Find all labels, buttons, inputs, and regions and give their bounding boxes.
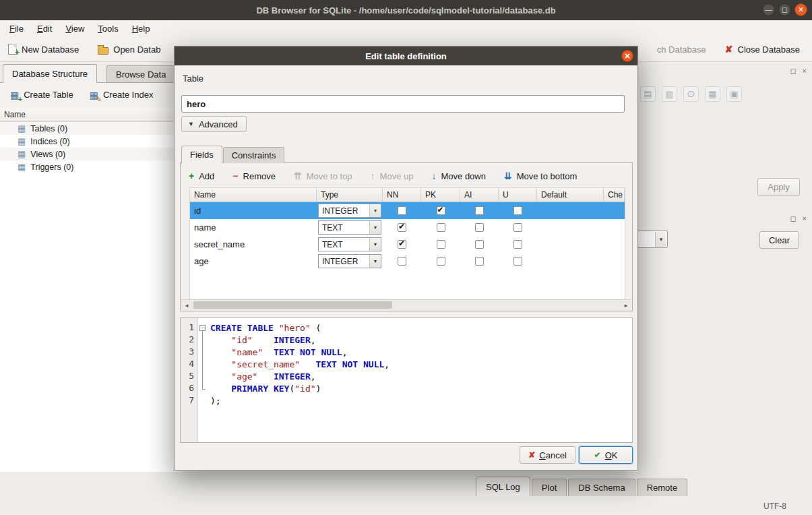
fields-move-to-bottom-button[interactable]: ⇊Move to bottom	[504, 171, 577, 181]
check-cell[interactable]	[604, 253, 625, 270]
line-number: 2	[181, 334, 197, 346]
tab-fields[interactable]: Fields	[181, 146, 222, 163]
column-header-nn[interactable]: NN	[383, 188, 421, 202]
create-index-button[interactable]: ▦ Create Index	[84, 86, 160, 103]
field-name-cell[interactable]: name	[190, 219, 317, 236]
tab-browse-data[interactable]: Browse Data	[106, 65, 175, 83]
field-row-age[interactable]: ageINTEGER▾	[190, 253, 625, 270]
close-database-button[interactable]: ✘ Close Database	[725, 44, 800, 55]
column-header-name[interactable]: Name	[190, 188, 317, 202]
pk-checkbox[interactable]	[437, 257, 445, 266]
column-header-che[interactable]: Che	[604, 188, 625, 202]
dock-float-icon[interactable]: ◻	[790, 214, 796, 223]
column-header-ai[interactable]: AI	[460, 188, 499, 202]
dialog-close-icon[interactable]: ✕	[621, 50, 633, 62]
check-cell[interactable]	[604, 219, 625, 236]
field-row-id[interactable]: idINTEGER▾	[190, 202, 625, 219]
fields-add-button[interactable]: +Add	[189, 171, 214, 181]
scroll-right-icon[interactable]: ▸	[621, 300, 631, 310]
toolbar-left-group: + New Database Open Datab	[0, 44, 160, 55]
open-folder-icon	[98, 47, 108, 55]
ai-checkbox[interactable]	[475, 257, 484, 266]
menu-tools[interactable]: Tools	[91, 22, 125, 36]
type-combobox[interactable]: INTEGER▾	[318, 204, 381, 218]
tab-database-structure[interactable]: Database Structure	[3, 64, 97, 83]
pk-checkbox[interactable]	[437, 206, 445, 215]
chevron-down-icon: ▾	[369, 221, 381, 234]
minimize-icon[interactable]: —	[762, 3, 775, 16]
dialog-titlebar[interactable]: Edit table definition ✕	[175, 47, 637, 65]
field-name-cell[interactable]: age	[190, 253, 317, 270]
window-titlebar[interactable]: DB Browser for SQLite - /home/user/code/…	[0, 0, 812, 20]
encoding-status: UTF-8	[763, 502, 786, 511]
line-number: 7	[181, 395, 197, 407]
bottom-tab-db-schema[interactable]: DB Schema	[568, 479, 635, 496]
ok-check-icon: ✔	[594, 451, 601, 459]
close-icon[interactable]: ✕	[794, 3, 807, 16]
ai-cell	[460, 202, 499, 219]
menu-edit[interactable]: Edit	[30, 22, 59, 36]
dock-close-icon[interactable]: ×	[803, 214, 807, 223]
check-cell[interactable]	[604, 236, 625, 253]
menu-view[interactable]: View	[59, 22, 91, 36]
fields-move-down-button[interactable]: ↓Move down	[431, 171, 485, 181]
default-cell[interactable]	[537, 202, 604, 219]
column-header-u[interactable]: U	[499, 188, 537, 202]
u-checkbox[interactable]	[513, 240, 522, 249]
default-cell[interactable]	[537, 253, 604, 270]
column-header-default[interactable]: Default	[537, 188, 604, 202]
default-cell[interactable]	[537, 219, 604, 236]
field-name-cell[interactable]: id	[190, 202, 317, 219]
cancel-button[interactable]: ✘ Cancel	[520, 446, 575, 464]
type-combobox[interactable]: TEXT▾	[318, 237, 381, 251]
menu-file[interactable]: File	[3, 22, 30, 36]
table-group-icon: ▦	[18, 150, 26, 158]
field-row-secret-name[interactable]: secret_nameTEXT▾	[190, 236, 625, 253]
dock-close-icon[interactable]: ×	[803, 67, 807, 75]
ai-checkbox[interactable]	[475, 240, 484, 249]
fold-marker-icon[interactable]: -	[199, 325, 206, 331]
window-controls: — ◻ ✕	[762, 3, 807, 16]
tab-constraints[interactable]: Constraints	[223, 147, 285, 163]
default-cell[interactable]	[537, 236, 604, 253]
scroll-left-icon[interactable]: ◂	[181, 300, 192, 310]
nn-checkbox[interactable]	[398, 206, 406, 215]
clear-button[interactable]: Clear	[759, 231, 799, 249]
u-checkbox[interactable]	[513, 206, 522, 215]
nn-checkbox[interactable]	[398, 240, 406, 249]
scrollbar-thumb[interactable]	[193, 301, 392, 309]
ai-cell	[460, 219, 499, 236]
type-combobox[interactable]: TEXT▾	[318, 220, 381, 235]
check-cell[interactable]	[604, 202, 625, 219]
bottom-tab-sql-log[interactable]: SQL Log	[476, 477, 530, 496]
u-checkbox[interactable]	[513, 257, 522, 266]
fields-grid: NameTypeNNPKAIUDefaultChe idINTEGER▾name…	[189, 187, 625, 301]
ai-checkbox[interactable]	[475, 206, 484, 215]
bottom-tab-remote[interactable]: Remote	[637, 479, 688, 496]
dock-float-icon[interactable]: ◻	[790, 67, 796, 75]
table-name-input[interactable]: hero	[181, 95, 625, 113]
create-table-button[interactable]: ▦ Create Table	[4, 86, 80, 103]
pk-checkbox[interactable]	[437, 240, 445, 249]
column-header-type[interactable]: Type	[317, 188, 383, 202]
open-database-button[interactable]: Open Datab	[98, 44, 160, 55]
fields-remove-button[interactable]: −Remove	[232, 171, 276, 181]
horizontal-scrollbar[interactable]: ◂ ▸	[181, 299, 631, 310]
nn-checkbox[interactable]	[398, 257, 406, 266]
ok-button[interactable]: ✔ OK	[579, 446, 633, 464]
nn-checkbox[interactable]	[398, 223, 406, 232]
column-header-pk[interactable]: PK	[421, 188, 460, 202]
new-database-button[interactable]: + New Database	[8, 44, 79, 55]
pk-cell	[421, 253, 460, 270]
u-checkbox[interactable]	[513, 223, 522, 232]
menu-help[interactable]: Help	[125, 22, 157, 36]
pk-checkbox[interactable]	[437, 223, 445, 232]
advanced-toggle-button[interactable]: ▼ Advanced	[181, 116, 247, 132]
sql-code[interactable]: CREATE TABLE "hero" ( "id" INTEGER, "nam…	[208, 318, 389, 442]
bottom-tab-plot[interactable]: Plot	[532, 479, 567, 496]
type-combobox[interactable]: INTEGER▾	[318, 254, 381, 268]
maximize-icon[interactable]: ◻	[778, 3, 791, 16]
ai-checkbox[interactable]	[475, 223, 484, 232]
field-row-name[interactable]: nameTEXT▾	[190, 219, 625, 236]
field-name-cell[interactable]: secret_name	[190, 236, 317, 253]
